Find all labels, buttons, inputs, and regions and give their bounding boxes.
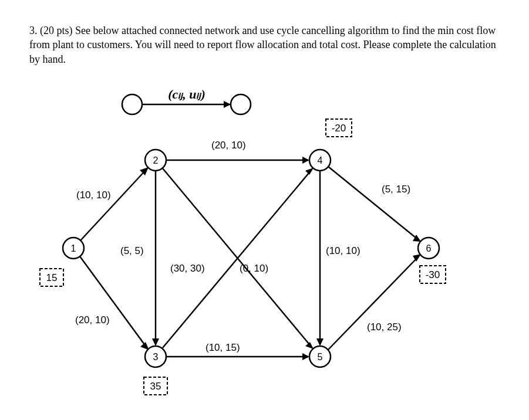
supply-box-3: 35 (144, 377, 167, 395)
svg-point-3 (231, 94, 251, 114)
svg-text:-20: -20 (332, 122, 346, 133)
svg-marker-15 (305, 168, 314, 175)
supply-box-6: -30 (420, 266, 446, 283)
edge-2-3-label: (5, 5) (120, 245, 144, 256)
edge-4-6-label: (5, 15) (382, 184, 410, 195)
node-6: 6 (418, 238, 439, 259)
svg-line-20 (328, 167, 419, 241)
svg-text:15: 15 (46, 272, 58, 283)
legend-label: (cᵢⱼ, uᵢⱼ) (168, 90, 205, 101)
question-body: See below attached connected network and… (29, 25, 496, 65)
question-points: (20 pts) (40, 25, 73, 36)
legend-group: (cᵢⱼ, uᵢⱼ) (122, 90, 251, 114)
question-number: 3. (29, 25, 38, 36)
svg-text:-30: -30 (426, 269, 440, 280)
edge-4-6: (5, 15) (328, 167, 421, 242)
svg-text:4: 4 (318, 155, 323, 165)
edge-2-5-label: (0, 10) (240, 263, 268, 274)
svg-line-22 (328, 256, 419, 350)
svg-line-4 (80, 169, 147, 241)
edge-3-5: (10, 15) (166, 342, 309, 360)
svg-marker-17 (302, 353, 309, 360)
edge-2-4: (20, 10) (166, 140, 309, 164)
svg-text:6: 6 (426, 243, 432, 253)
network-diagram: (cᵢⱼ, uᵢⱼ) (10, 10) (20, 10) (5, 5) (20,… (29, 90, 499, 412)
svg-marker-13 (305, 342, 314, 349)
edge-1-3-label: (20, 10) (75, 314, 110, 326)
question-text: 3. (20 pts) See below attached connected… (29, 23, 500, 66)
edge-3-4-label: (30, 30) (170, 263, 205, 274)
edge-1-2-label: (10, 10) (76, 189, 111, 201)
svg-marker-11 (302, 157, 309, 164)
edge-2-4-label: (20, 10) (211, 140, 246, 151)
node-5: 5 (309, 346, 331, 367)
edge-1-3: (20, 10) (75, 256, 149, 350)
svg-text:1: 1 (71, 243, 76, 253)
svg-marker-19 (316, 338, 324, 346)
svg-marker-9 (152, 338, 159, 346)
supply-box-1: 15 (40, 269, 63, 286)
node-4: 4 (309, 150, 331, 171)
edge-5-6: (10, 25) (328, 254, 421, 350)
edge-5-6-label: (10, 25) (367, 321, 402, 333)
supply-box-4: -20 (326, 119, 352, 137)
edge-3-5-label: (10, 15) (205, 342, 240, 353)
node-1: 1 (63, 238, 84, 259)
node-2: 2 (145, 150, 166, 171)
edge-1-2: (10, 10) (76, 167, 149, 241)
node-3: 3 (145, 346, 166, 367)
svg-text:2: 2 (153, 155, 159, 165)
svg-text:5: 5 (318, 351, 323, 361)
svg-point-0 (122, 94, 142, 114)
edge-4-5: (10, 10) (316, 171, 360, 346)
svg-marker-2 (224, 101, 231, 108)
svg-text:35: 35 (150, 380, 161, 391)
svg-line-6 (80, 256, 147, 348)
edge-4-5-label: (10, 10) (326, 245, 360, 256)
svg-text:3: 3 (153, 351, 159, 361)
